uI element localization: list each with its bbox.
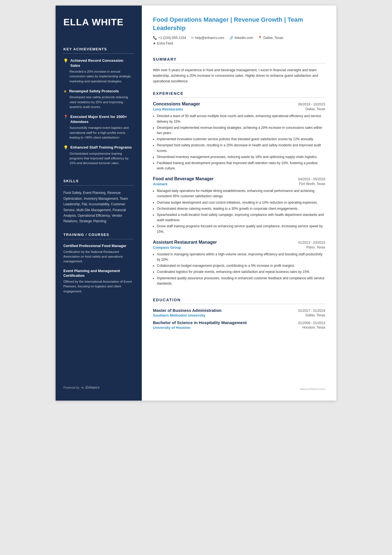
edu-1-dates: 01/2017 - 01/2019 (298, 309, 325, 313)
candidate-name: ELLA WHITE (63, 17, 134, 28)
edu-2-dates: 01/2009 - 01/2013 (298, 321, 325, 325)
phone-icon: 📞 (153, 36, 157, 40)
achievement-3-desc: Successfully managed event logistics and… (63, 125, 134, 140)
achievement-1-title: Achieved Record Concession Sales (70, 58, 134, 68)
achievement-2-icon: ★ (63, 89, 67, 93)
job-3-title: Assistant Restaurant Manager (153, 240, 217, 245)
email-icon: ✉ (191, 36, 194, 40)
summary-text: With over 5 years of experience in food … (153, 67, 325, 84)
job-1-company: Levy Restaurants (153, 107, 183, 111)
location-icon: 📍 (258, 36, 262, 40)
edu-2-header: Bachelor of Science in Hospitality Manag… (153, 320, 325, 325)
extra-icon: ★ (153, 41, 156, 45)
edu-1-school: Southern Methodist University (153, 313, 205, 317)
job-2-bullet-5: Drove staff training programs focused on… (157, 224, 325, 234)
job-1-bullet-2: Developed and implemented revenue-boosti… (157, 125, 325, 136)
contact-email: ✉ help@enhancv.com (191, 36, 224, 40)
job-3-bullet-2: Collaborated on budget management projec… (157, 263, 325, 268)
edu-2-school: University of Houston (153, 325, 190, 330)
edu-1-location: Dallas, Texas (306, 313, 325, 317)
resume-container: ELLA WHITE KEY ACHIEVEMENTS 💡 Achieved R… (56, 6, 336, 401)
main-title: Food Operations Manager | Revenue Growth… (153, 16, 325, 32)
training-1-title: Certified Professional Food Manager (63, 244, 134, 248)
sidebar-footer: Powered by ∞ Enhancv (63, 377, 134, 389)
job-1-bullet-3: Implemented innovative customer service … (157, 137, 325, 142)
achievement-4-header: 💡 Enhanced Staff Training Programs (63, 145, 134, 150)
email-value: help@enhancv.com (195, 36, 224, 40)
achievements-section: KEY ACHIEVEMENTS 💡 Achieved Record Conce… (63, 39, 134, 171)
education-divider (153, 304, 325, 304)
job-1-bullet-4: Revamped food safety protocols, resultin… (157, 143, 325, 153)
achievement-4-desc: Orchestrated comprehensive training prog… (63, 151, 134, 166)
training-divider (63, 239, 134, 239)
main-footer: www.enhancv.com (153, 382, 325, 391)
training-2: Event Planning and Management Certificat… (63, 269, 134, 294)
edu-2-degree: Bachelor of Science in Hospitality Manag… (153, 320, 247, 325)
achievement-4-icon: 💡 (63, 145, 68, 150)
achievement-3-header: 📍 Executed Major Event for 2000+ Attende… (63, 114, 134, 124)
training-section: TRAINING / COURSES Certified Professiona… (63, 224, 134, 299)
powered-by-label: Powered by (63, 386, 80, 389)
achievement-1-header: 💡 Achieved Record Concession Sales (63, 58, 134, 68)
edu-2-school-row: University of Houston Houston, Texas (153, 325, 325, 330)
achievement-3-title: Executed Major Event for 2000+ Attendees (70, 114, 134, 124)
training-title: TRAINING / COURSES (63, 233, 134, 237)
job-3-header: Assistant Restaurant Manager 01/2013 - 0… (153, 240, 325, 245)
training-1: Certified Professional Food Manager Cert… (63, 244, 134, 264)
skills-section: SKILLS Food Safety, Event Planning, Reve… (63, 171, 134, 224)
edu-2-location: Houston, Texas (302, 325, 326, 330)
summary-section-title: SUMMARY (153, 57, 325, 61)
experience-divider (153, 97, 325, 98)
achievement-2-title: Revamped Safety Protocols (69, 89, 119, 94)
training-1-desc: Certification by the National Restaurant… (63, 250, 134, 264)
main-content: Food Operations Manager | Revenue Growth… (142, 6, 336, 401)
job-2-company: Aramark (153, 182, 168, 186)
job-3-company-row: Compass Group Plano, Texas (153, 245, 325, 250)
job-1-bullet-5: Streamlined inventory management process… (157, 154, 325, 160)
job-3-dates: 01/2013 - 03/2015 (298, 241, 325, 245)
extra-field: Extra Field (157, 41, 173, 45)
contact-linkedin: 🔗 linkedin.com (229, 36, 253, 40)
experience-section-title: EXPERIENCE (153, 91, 325, 96)
job-2-bullet-1: Managed daily operations for multiple di… (157, 188, 325, 199)
job-2-bullet-3: Orchestrated diverse catering events, le… (157, 206, 325, 211)
footer-website: www.enhancv.com (300, 387, 325, 391)
linkedin-icon: 🔗 (229, 36, 234, 40)
achievement-2-desc: Developed new safety protocols reducing … (63, 95, 134, 109)
skills-title: SKILLS (63, 179, 134, 183)
edu-1-school-row: Southern Methodist University Dallas, Te… (153, 313, 325, 317)
job-2-title: Food and Beverage Manager (153, 176, 214, 181)
job-1-bullet-6: Facilitated training and development pro… (157, 161, 325, 171)
job-2-bullet-4: Spearheaded a multi-location food safety… (157, 212, 325, 223)
achievement-1-desc: Recorded a 20% increase in annual conces… (63, 69, 134, 84)
job-2-company-row: Aramark Fort Worth, Texas (153, 182, 325, 186)
job-2-header: Food and Beverage Manager 04/2015 - 05/2… (153, 176, 325, 181)
training-2-title: Event Planning and Management Certificat… (63, 269, 134, 278)
job-1-header: Concessions Manager 06/2018 - 10/2023 (153, 102, 325, 107)
job-1-dates: 06/2018 - 10/2023 (298, 102, 325, 106)
contact-row: 📞 +1-(234)-555-1234 ✉ help@enhancv.com 🔗… (153, 36, 325, 40)
achievement-2-header: ★ Revamped Safety Protocols (63, 89, 134, 94)
job-3-location: Plano, Texas (306, 245, 326, 250)
sidebar: ELLA WHITE KEY ACHIEVEMENTS 💡 Achieved R… (56, 6, 142, 401)
contact-location: 📍 Dallas, Texas (258, 36, 283, 40)
enhancv-brand: Enhancv (85, 385, 100, 389)
achievement-4-title: Enhanced Staff Training Programs (70, 145, 132, 150)
achievement-2: ★ Revamped Safety Protocols Developed ne… (63, 89, 134, 109)
job-3-bullet-1: Assisted in managing operations within a… (157, 252, 325, 262)
job-1-bullet-1: Directed a team of 50 staff across multi… (157, 114, 325, 124)
training-2-desc: Offered by the International Association… (63, 279, 134, 294)
achievement-1: 💡 Achieved Record Concession Sales Recor… (63, 58, 134, 84)
summary-divider (153, 63, 325, 63)
location-value: Dallas, Texas (263, 36, 283, 40)
achievements-title: KEY ACHIEVEMENTS (63, 47, 134, 51)
skills-text: Food Safety, Event Planning, Revenue Opt… (63, 190, 134, 224)
job-1-title: Concessions Manager (153, 102, 200, 107)
achievement-3-icon: 📍 (63, 115, 68, 119)
job-2-bullets: Managed daily operations for multiple di… (157, 188, 325, 235)
education-section-title: EDUCATION (153, 298, 325, 302)
linkedin-value: linkedin.com (235, 36, 253, 40)
contact-extra: ★ Extra Field (153, 41, 325, 45)
phone-value: +1-(234)-555-1234 (158, 36, 186, 40)
edu-1-header: Master of Business Administration 01/201… (153, 308, 325, 313)
